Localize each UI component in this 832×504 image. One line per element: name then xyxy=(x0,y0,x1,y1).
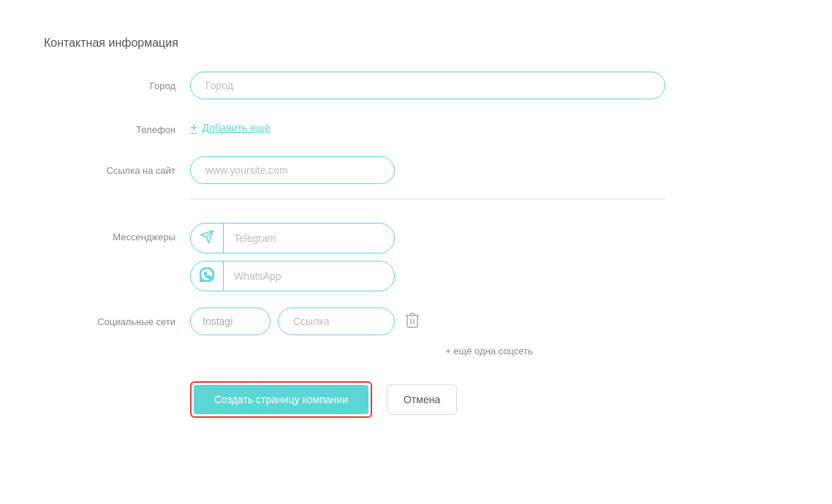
social-label: Социальные сети xyxy=(44,308,190,327)
website-input[interactable] xyxy=(190,156,395,184)
whatsapp-icon-area xyxy=(191,261,224,291)
website-row: Ссылка на сайт xyxy=(44,156,788,207)
phone-label: Телефон xyxy=(44,115,190,135)
add-phone-label: Добавить ещё xyxy=(203,122,271,134)
whatsapp-icon xyxy=(200,267,214,285)
city-row: Город xyxy=(44,72,788,99)
phone-controls: + Добавить ещё xyxy=(190,115,788,140)
social-input-row: Instagi xyxy=(190,308,788,335)
city-label: Город xyxy=(44,72,190,91)
phone-row: Телефон + Добавить ещё xyxy=(44,115,788,140)
telegram-icon xyxy=(200,229,214,247)
messengers-controls xyxy=(190,223,788,291)
trash-icon[interactable] xyxy=(402,309,423,335)
create-button-wrapper: Создать страницу компании xyxy=(190,381,372,418)
cancel-button[interactable]: Отмена xyxy=(387,384,457,415)
social-network-select[interactable]: Instagi xyxy=(190,308,271,335)
page-container: Контактная информация Город Телефон + До… xyxy=(0,22,832,432)
add-social-button[interactable]: + ещё одна соцсеть xyxy=(190,343,788,359)
website-controls xyxy=(190,156,788,207)
website-divider xyxy=(190,199,665,199)
telegram-wrapper xyxy=(190,223,395,253)
actions-row: Создать страницу компании Отмена xyxy=(44,381,788,418)
website-label: Ссылка на сайт xyxy=(44,156,190,176)
section-title: Контактная информация xyxy=(44,37,788,50)
social-controls: Instagi + ещё одна соцсеть xyxy=(190,308,788,359)
telegram-input[interactable] xyxy=(224,225,394,251)
social-link-input[interactable] xyxy=(278,308,395,335)
whatsapp-input[interactable] xyxy=(224,263,394,289)
city-controls xyxy=(190,72,788,99)
messengers-row: Мессенджеры xyxy=(44,223,788,291)
messengers-label: Мессенджеры xyxy=(44,223,190,243)
create-company-button[interactable]: Создать страницу компании xyxy=(194,385,368,414)
telegram-icon-area xyxy=(191,224,224,253)
whatsapp-wrapper xyxy=(190,261,395,291)
city-input[interactable] xyxy=(190,72,665,99)
add-phone-button[interactable]: + Добавить ещё xyxy=(190,115,788,140)
plus-icon: + xyxy=(190,121,198,134)
social-row-container: Социальные сети Instagi + ещё одн xyxy=(44,308,788,359)
